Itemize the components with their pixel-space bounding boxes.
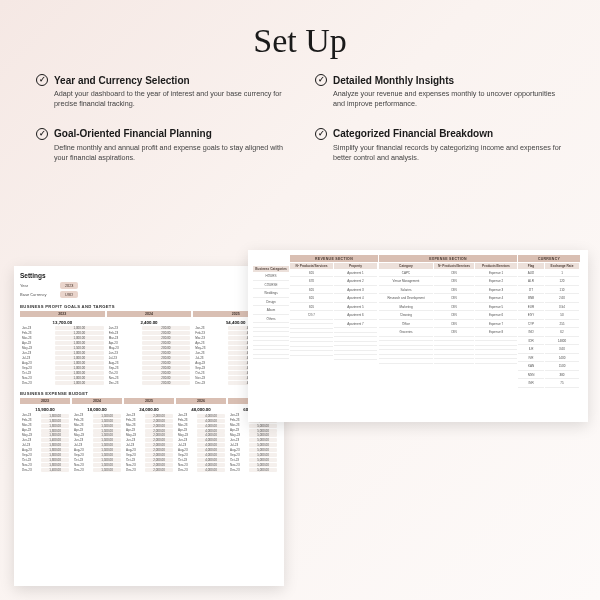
goal-value[interactable]: 1,000.00 — [55, 371, 104, 375]
budget-value[interactable]: 5,000.00 — [249, 438, 277, 442]
budget-value[interactable]: 1,400.00 — [41, 438, 69, 442]
budget-value[interactable]: 1,500.00 — [93, 429, 121, 433]
budget-value[interactable]: 2,000.00 — [145, 453, 173, 457]
budget-value[interactable]: 1,500.00 — [93, 419, 121, 423]
budget-value[interactable]: 5,000.00 — [249, 424, 277, 428]
goal-value[interactable]: 1,000.00 — [55, 351, 104, 355]
budget-value[interactable]: 1,300.00 — [41, 443, 69, 447]
year-select[interactable]: 2023 — [60, 282, 78, 289]
goal-value[interactable]: 200.00 — [142, 356, 191, 360]
budget-value[interactable]: 1,500.00 — [93, 453, 121, 457]
goal-value[interactable]: 200.00 — [142, 341, 191, 345]
budget-value[interactable]: 5,000.00 — [249, 443, 277, 447]
column-header: Exchange Rate — [545, 263, 579, 269]
budget-value[interactable]: 4,000.00 — [197, 419, 225, 423]
breakdown-column: Business CategoriesHOURSCOURSEWeddingsDe… — [253, 255, 289, 417]
budget-value[interactable]: 2,000.00 — [145, 419, 173, 423]
budget-row: Jul-232,000.00 — [124, 443, 174, 447]
breakdown-cell — [475, 337, 517, 341]
budget-value[interactable]: 5,000.00 — [249, 458, 277, 462]
budget-row: Feb-231,300.00 — [20, 418, 70, 422]
goal-value[interactable]: 1,000.00 — [55, 326, 104, 330]
goal-value[interactable]: 1,500.00 — [55, 346, 104, 350]
budget-value[interactable]: 2,000.00 — [145, 429, 173, 433]
budget-value[interactable]: 5,000.00 — [249, 468, 277, 472]
budget-value[interactable]: 4,000.00 — [197, 453, 225, 457]
budget-value[interactable]: 5,000.00 — [249, 429, 277, 433]
budget-value[interactable]: 4,000.00 — [197, 429, 225, 433]
budget-value[interactable]: 1,300.00 — [41, 414, 69, 418]
goal-value[interactable]: 200.00 — [142, 351, 191, 355]
budget-value[interactable]: 1,300.00 — [41, 429, 69, 433]
breakdown-cell: Others — [253, 315, 289, 323]
budget-value[interactable]: 4,000.00 — [197, 443, 225, 447]
budget-value[interactable]: 4,000.00 — [197, 438, 225, 442]
goal-value[interactable]: 200.00 — [142, 381, 191, 385]
budget-value[interactable]: 2,000.00 — [145, 414, 173, 418]
budget-value[interactable]: 1,500.00 — [93, 468, 121, 472]
goal-value[interactable]: 200.00 — [142, 361, 191, 365]
goal-value[interactable]: 1,200.00 — [55, 331, 104, 335]
goal-value[interactable]: 200.00 — [142, 376, 191, 380]
month-label: Aug-23 — [20, 448, 40, 452]
budget-value[interactable]: 4,000.00 — [197, 433, 225, 437]
budget-value[interactable]: 4,000.00 — [197, 448, 225, 452]
budget-value[interactable]: 4,000.00 — [197, 424, 225, 428]
budget-value[interactable]: 1,300.00 — [41, 433, 69, 437]
currency-select[interactable]: USD — [60, 291, 78, 298]
budget-value[interactable]: 2,000.00 — [145, 438, 173, 442]
month-label: Jan-23 — [72, 413, 92, 417]
budget-value[interactable]: 4,000.00 — [197, 463, 225, 467]
budget-value[interactable]: 1,500.00 — [93, 458, 121, 462]
budget-value[interactable]: 5,000.00 — [249, 463, 277, 467]
goal-value[interactable]: 1,000.00 — [55, 356, 104, 360]
goal-value[interactable]: 200.00 — [142, 326, 191, 330]
goal-value[interactable]: 1,000.00 — [55, 361, 104, 365]
budget-value[interactable]: 2,000.00 — [145, 468, 173, 472]
budget-value[interactable]: 1,500.00 — [93, 463, 121, 467]
goal-value[interactable]: 200.00 — [142, 336, 191, 340]
budget-value[interactable]: 1,300.00 — [41, 424, 69, 428]
budget-value[interactable]: 4,000.00 — [197, 414, 225, 418]
budget-value[interactable]: 2,000.00 — [145, 463, 173, 467]
month-label: Mar-23 — [124, 423, 144, 427]
month-label: Sep-23 — [72, 453, 92, 457]
budget-value[interactable]: 1,300.00 — [41, 458, 69, 462]
budget-value[interactable]: 2,000.00 — [145, 458, 173, 462]
breakdown-cell — [334, 333, 377, 337]
goal-value[interactable]: 200.00 — [142, 346, 191, 350]
goal-value[interactable]: 1,000.00 — [55, 336, 104, 340]
budget-value[interactable]: 1,300.00 — [41, 463, 69, 467]
budget-value[interactable]: 5,000.00 — [249, 448, 277, 452]
month-label: Apr-23 — [72, 428, 92, 432]
budget-value[interactable]: 2,000.00 — [145, 424, 173, 428]
goals-row: Apr-231,000.00 — [20, 341, 105, 345]
goal-value[interactable]: 1,000.00 — [55, 341, 104, 345]
breakdown-cell: Apartment 1 — [334, 269, 377, 277]
budget-value[interactable]: 2,000.00 — [145, 443, 173, 447]
budget-value[interactable]: 1,500.00 — [93, 443, 121, 447]
budget-value[interactable]: 1,500.00 — [93, 438, 121, 442]
budget-value[interactable]: 2,000.00 — [145, 448, 173, 452]
budget-value[interactable]: 4,000.00 — [197, 458, 225, 462]
breakdown-cell — [434, 342, 474, 346]
budget-value[interactable]: 1,500.00 — [93, 433, 121, 437]
budget-value[interactable]: 4,000.00 — [197, 468, 225, 472]
budget-value[interactable]: 5,000.00 — [249, 453, 277, 457]
budget-value[interactable]: 1,400.00 — [41, 468, 69, 472]
goal-value[interactable]: 1,000.00 — [55, 381, 104, 385]
goal-value[interactable]: 200.00 — [142, 331, 191, 335]
budget-value[interactable]: 1,300.00 — [41, 419, 69, 423]
budget-value[interactable]: 2,000.00 — [145, 433, 173, 437]
budget-value[interactable]: 1,300.00 — [41, 453, 69, 457]
budget-value[interactable]: 1,500.00 — [93, 448, 121, 452]
budget-value[interactable]: 1,500.00 — [93, 424, 121, 428]
goal-value[interactable]: 1,000.00 — [55, 366, 104, 370]
budget-value[interactable]: 1,300.00 — [41, 448, 69, 452]
goals-row: Aug-23200.00 — [107, 361, 192, 365]
goal-value[interactable]: 200.00 — [142, 366, 191, 370]
budget-value[interactable]: 1,500.00 — [93, 414, 121, 418]
goal-value[interactable]: 1,000.00 — [55, 376, 104, 380]
goal-value[interactable]: 200.00 — [142, 371, 191, 375]
budget-value[interactable]: 5,000.00 — [249, 433, 277, 437]
